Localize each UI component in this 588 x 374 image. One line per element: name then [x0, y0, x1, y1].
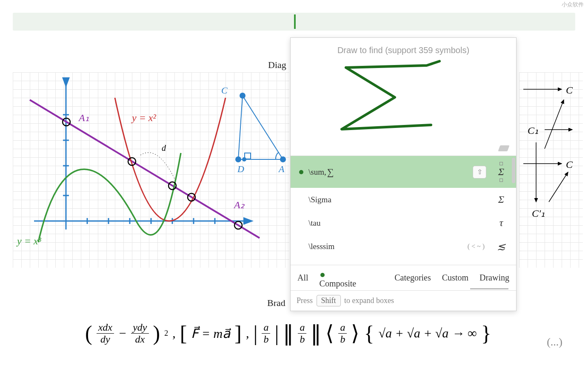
result-sum[interactable]: \sum, ∑ ⇧ Σ — [291, 156, 516, 188]
formula-row: ( xdxdy − ydydx )2 , [F⃗ = ma⃗] , | ab |… — [85, 321, 571, 346]
input-cursor — [294, 14, 296, 29]
svg-text:C₁: C₁ — [528, 125, 539, 136]
svg-text:y = x²: y = x² — [131, 112, 157, 123]
result-lesssim[interactable]: \lesssim ( < ~ ) ≲ — [291, 235, 516, 258]
tab-categories[interactable]: Categories — [394, 273, 431, 289]
svg-line-44 — [549, 172, 568, 202]
symbol-results-list: \sum, ∑ ⇧ Σ \Sigma Σ \tau τ \lesssim ( <… — [291, 156, 516, 265]
draw-canvas[interactable]: Draw to find (support 359 symbols) — [291, 38, 516, 156]
composite-dot-icon — [320, 273, 325, 277]
ellipsis: (...) — [547, 336, 562, 348]
svg-text:C: C — [221, 85, 228, 96]
svg-point-30 — [280, 156, 286, 162]
panel-tabs: All Composite Categories Custom Drawing — [291, 265, 516, 290]
scrollbar-thumb[interactable] — [512, 158, 515, 183]
footer-hint: Press Shift to expand boxes — [291, 290, 516, 311]
editor-input-bar[interactable] — [13, 13, 575, 31]
svg-line-42 — [545, 100, 564, 149]
commutative-diagram: C C₁ C C′₁ — [519, 76, 587, 221]
svg-point-29 — [235, 156, 241, 162]
svg-point-31 — [242, 157, 246, 162]
result-mathbbZ[interactable]: \mathbb{Z} ℤ — [291, 258, 516, 265]
svg-text:A₂: A₂ — [233, 199, 245, 210]
svg-text:C: C — [566, 85, 573, 96]
svg-text:C: C — [566, 159, 573, 170]
result-Sigma[interactable]: \Sigma Σ — [291, 188, 516, 211]
svg-line-25 — [243, 96, 283, 159]
tab-all[interactable]: All — [297, 273, 308, 289]
section-title-brackets: Brad — [267, 298, 285, 309]
shift-key-icon: ⇧ — [473, 166, 486, 178]
svg-text:d: d — [162, 143, 166, 153]
function-graph: A₁ A₂ y = x² y = x³ d C D A — [13, 72, 294, 272]
shift-key-label: Shift — [317, 295, 341, 306]
symbol-search-panel: Draw to find (support 359 symbols) \sum,… — [290, 37, 517, 311]
tab-composite[interactable]: Composite — [320, 273, 357, 289]
svg-text:D: D — [237, 164, 244, 174]
svg-text:A: A — [278, 164, 285, 174]
result-tau[interactable]: \tau τ — [291, 211, 516, 235]
drawn-sigma — [291, 38, 516, 156]
svg-point-28 — [240, 93, 245, 99]
tab-custom[interactable]: Custom — [442, 273, 468, 289]
tab-underline — [470, 288, 508, 289]
svg-text:y = x³: y = x³ — [16, 235, 42, 246]
svg-line-24 — [238, 96, 243, 159]
watermark-text: 小众软件 — [562, 1, 584, 8]
svg-text:C′₁: C′₁ — [532, 208, 545, 219]
section-title-diagrams: Diag — [268, 60, 286, 71]
tab-drawing[interactable]: Drawing — [480, 273, 509, 289]
svg-text:A₁: A₁ — [78, 112, 89, 123]
